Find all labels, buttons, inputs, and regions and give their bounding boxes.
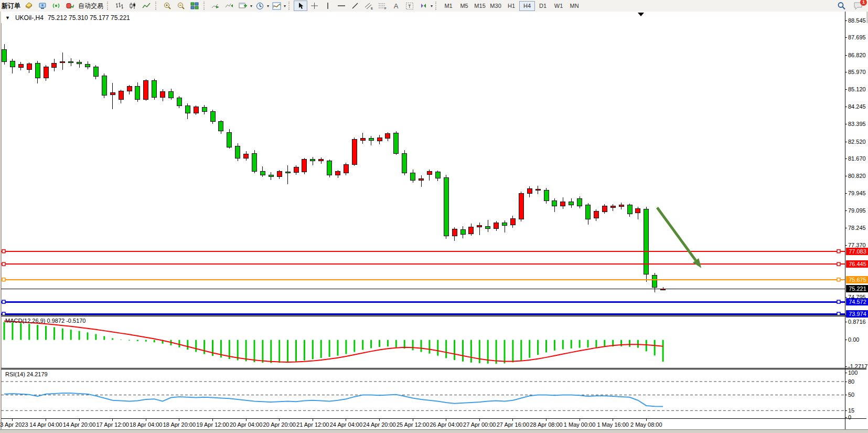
chart-shift-marker[interactable] (638, 13, 644, 16)
macd-signal-line (4, 321, 663, 362)
candlestick-series (2, 44, 666, 292)
trading-terminal: 新订单 自动交易 (0, 0, 868, 433)
sell-arrow-annotation[interactable] (657, 208, 696, 261)
chart-plot (0, 0, 868, 433)
rsi-level-lines (1, 382, 845, 410)
macd-histogram (4, 322, 663, 364)
horizontal-lines[interactable] (1, 250, 845, 315)
